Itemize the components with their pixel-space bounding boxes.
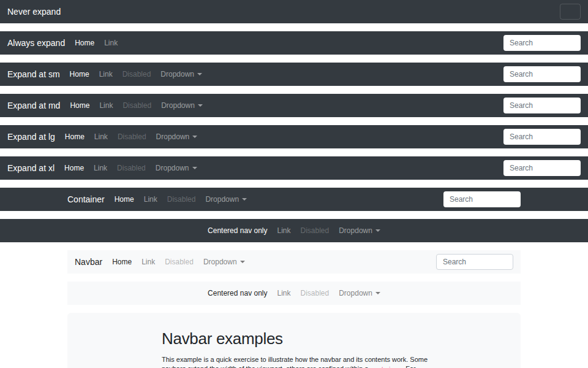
- navbar-brand[interactable]: Navbar: [75, 257, 102, 267]
- nav-link-dropdown[interactable]: Dropdown: [151, 132, 203, 141]
- navbar-expand-sm: Expand at sm Home Link Disabled Dropdown: [0, 63, 588, 86]
- nav-link-link[interactable]: Link: [94, 70, 118, 79]
- nav-links: Centered nav only Link Disabled Dropdown: [203, 289, 385, 297]
- nav-link-link[interactable]: Link: [99, 39, 123, 47]
- light-section-container: Navbar Home Link Disabled Dropdown Cente…: [67, 250, 521, 368]
- navbar-toggler-button[interactable]: [560, 4, 581, 20]
- search-input[interactable]: [503, 35, 581, 51]
- intro-paragraph-text: . For: [402, 365, 416, 368]
- nav-links: Centered nav only Link Disabled Dropdown: [203, 226, 385, 235]
- navbar-expand-xl: Expand at xl Home Link Disabled Dropdown: [0, 156, 588, 180]
- caret-down-icon: [197, 73, 202, 75]
- nav-link-link[interactable]: Link: [139, 195, 162, 204]
- nav-link-home[interactable]: Home: [65, 70, 94, 79]
- nav-link-disabled: Disabled: [296, 289, 334, 297]
- nav-link-disabled: Disabled: [162, 195, 201, 204]
- nav-link-disabled: Disabled: [118, 70, 156, 79]
- navbar-expand-md: Expand at md Home Link Disabled Dropdown: [0, 94, 588, 117]
- search-input[interactable]: [503, 66, 581, 82]
- nav-links: Home Link Disabled Dropdown: [60, 132, 202, 141]
- nav-link-home[interactable]: Home: [59, 164, 89, 172]
- nav-links: Home Link Disabled Dropdown: [65, 101, 207, 110]
- nav-link-dropdown[interactable]: Dropdown: [334, 289, 385, 297]
- caret-down-icon: [375, 229, 380, 232]
- nav-link-centered-nav-only[interactable]: Centered nav only: [203, 289, 272, 297]
- caret-down-icon: [240, 261, 245, 263]
- caret-down-icon: [242, 198, 247, 201]
- search-input[interactable]: [503, 98, 581, 113]
- navbar-brand[interactable]: Expand at md: [7, 101, 60, 110]
- nav-link-home[interactable]: Home: [110, 195, 139, 204]
- navbar-brand[interactable]: Expand at sm: [7, 69, 60, 79]
- navbar-inner-container: Container Home Link Disabled Dropdown: [67, 188, 521, 211]
- nav-link-dropdown[interactable]: Dropdown: [198, 258, 250, 266]
- navbar-brand[interactable]: Container: [67, 194, 105, 204]
- nav-link-disabled: Disabled: [113, 132, 151, 141]
- nav-link-link[interactable]: Link: [272, 289, 295, 297]
- navbar-always-expand: Always expand Home Link: [0, 31, 588, 55]
- caret-down-icon: [192, 167, 197, 169]
- nav-links: Home Link Disabled Dropdown: [59, 164, 202, 172]
- navbar-centered-light: Centered nav only Link Disabled Dropdown: [67, 282, 521, 305]
- navbar-container: Container Home Link Disabled Dropdown: [0, 188, 588, 211]
- navbar-brand[interactable]: Never expand: [7, 7, 61, 17]
- navbar-brand[interactable]: Expand at xl: [7, 163, 55, 173]
- nav-links: Home Link: [70, 39, 123, 47]
- nav-link-link[interactable]: Link: [137, 258, 160, 266]
- intro-paragraph-line-1: This example is a quick exercise to illu…: [162, 355, 426, 364]
- nav-link-link[interactable]: Link: [89, 132, 113, 141]
- nav-link-link[interactable]: Link: [94, 101, 118, 110]
- nav-link-link[interactable]: Link: [89, 164, 112, 172]
- nav-link-disabled: Disabled: [112, 164, 151, 172]
- nav-link-home[interactable]: Home: [65, 101, 94, 110]
- nav-link-dropdown[interactable]: Dropdown: [200, 195, 252, 204]
- caret-down-icon: [375, 292, 380, 294]
- jumbotron: Navbar examples This example is a quick …: [67, 313, 521, 368]
- jumbotron-column: Navbar examples This example is a quick …: [153, 329, 435, 368]
- caret-down-icon: [192, 136, 197, 138]
- intro-paragraph-text: navbars extend the width of the viewport…: [162, 365, 371, 368]
- search-input[interactable]: [503, 129, 581, 145]
- navbar-light: Navbar Home Link Disabled Dropdown: [67, 250, 521, 274]
- nav-link-home[interactable]: Home: [70, 39, 99, 47]
- nav-link-disabled: Disabled: [296, 226, 334, 235]
- navbar-brand[interactable]: Always expand: [7, 38, 65, 48]
- navbar-never-expand: Never expand: [0, 0, 588, 23]
- nav-link-disabled: Disabled: [160, 258, 198, 266]
- navbar-expand-lg: Expand at lg Home Link Disabled Dropdown: [0, 125, 588, 148]
- page-title: Navbar examples: [162, 329, 426, 348]
- nav-link-dropdown[interactable]: Dropdown: [334, 226, 385, 235]
- search-input[interactable]: [436, 254, 513, 270]
- nav-links: Home Link Disabled Dropdown: [65, 70, 207, 79]
- nav-link-dropdown[interactable]: Dropdown: [156, 101, 208, 110]
- nav-links: Home Link Disabled Dropdown: [110, 195, 252, 204]
- intro-paragraph-line-2: navbars extend the width of the viewport…: [162, 364, 426, 368]
- nav-links: Home Link Disabled Dropdown: [107, 258, 249, 266]
- nav-link-home[interactable]: Home: [60, 132, 89, 141]
- nav-link-dropdown[interactable]: Dropdown: [156, 70, 207, 79]
- nav-link-centered-nav-only[interactable]: Centered nav only: [203, 226, 272, 235]
- nav-link-home[interactable]: Home: [107, 258, 137, 266]
- nav-link-dropdown[interactable]: Dropdown: [151, 164, 202, 172]
- navbar-centered-dark: Centered nav only Link Disabled Dropdown: [0, 219, 588, 242]
- caret-down-icon: [198, 104, 203, 107]
- nav-link-disabled: Disabled: [118, 101, 156, 110]
- inline-code[interactable]: container: [371, 366, 402, 368]
- search-input[interactable]: [443, 191, 521, 207]
- search-input[interactable]: [503, 160, 581, 176]
- navbar-brand[interactable]: Expand at lg: [7, 132, 55, 142]
- nav-link-link[interactable]: Link: [272, 226, 295, 235]
